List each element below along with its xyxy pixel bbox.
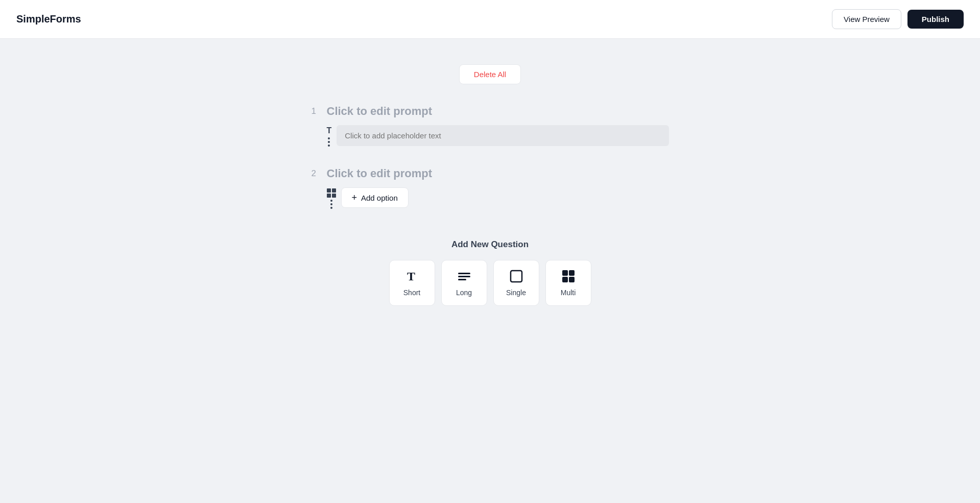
svg-rect-7 bbox=[562, 277, 568, 282]
short-text-icon: T bbox=[327, 126, 332, 135]
question-1-menu-dots[interactable] bbox=[328, 137, 330, 147]
question-1-placeholder-input[interactable] bbox=[337, 125, 668, 146]
question-2-input-row: + Add option bbox=[312, 187, 669, 209]
question-2-menu-dots[interactable] bbox=[330, 200, 332, 209]
grid-cell-4 bbox=[332, 194, 336, 198]
question-types-row: T Short Long bbox=[389, 260, 591, 306]
main-content: Delete All 1 Click to edit prompt T bbox=[0, 39, 980, 306]
multi-label: Multi bbox=[561, 289, 576, 297]
question-2-type-icon bbox=[327, 187, 336, 209]
single-label: Single bbox=[506, 289, 526, 297]
multi-choice-type-icon bbox=[561, 269, 576, 283]
add-new-question-title: Add New Question bbox=[451, 239, 529, 250]
short-label: Short bbox=[403, 289, 420, 297]
long-text-type-icon bbox=[457, 269, 471, 283]
question-block-1: 1 Click to edit prompt T bbox=[312, 105, 669, 147]
plus-icon: + bbox=[352, 193, 357, 202]
view-preview-button[interactable]: View Preview bbox=[832, 9, 901, 29]
header: SimpleForms View Preview Publish bbox=[0, 0, 980, 39]
form-builder: Delete All 1 Click to edit prompt T bbox=[312, 64, 669, 306]
svg-rect-8 bbox=[569, 277, 575, 282]
question-2-number: 2 bbox=[312, 169, 322, 179]
question-block-2: 2 Click to edit prompt bbox=[312, 167, 669, 209]
question-1-number: 1 bbox=[312, 106, 322, 116]
question-1-header: 1 Click to edit prompt bbox=[312, 105, 669, 118]
header-actions: View Preview Publish bbox=[832, 9, 964, 29]
question-2-prompt[interactable]: Click to edit prompt bbox=[327, 167, 433, 180]
add-short-question-button[interactable]: T Short bbox=[389, 260, 435, 306]
dot-2 bbox=[328, 141, 330, 143]
add-single-question-button[interactable]: Single bbox=[493, 260, 539, 306]
svg-text:T: T bbox=[407, 270, 415, 283]
publish-button[interactable]: Publish bbox=[907, 10, 964, 29]
svg-rect-2 bbox=[458, 276, 470, 277]
add-option-label: Add option bbox=[361, 194, 398, 202]
grid-cell-3 bbox=[327, 194, 331, 198]
add-long-question-button[interactable]: Long bbox=[441, 260, 487, 306]
svg-rect-1 bbox=[458, 273, 470, 274]
add-new-question-section: Add New Question T Short bbox=[389, 239, 591, 306]
svg-rect-3 bbox=[458, 279, 466, 280]
question-1-input-row: T bbox=[312, 125, 669, 147]
svg-rect-5 bbox=[562, 270, 568, 276]
svg-rect-6 bbox=[569, 270, 575, 276]
question-2-header: 2 Click to edit prompt bbox=[312, 167, 669, 180]
long-label: Long bbox=[456, 289, 472, 297]
dot-1 bbox=[330, 200, 332, 202]
question-1-prompt[interactable]: Click to edit prompt bbox=[327, 105, 433, 118]
dot-1 bbox=[328, 137, 330, 139]
grid-cell-2 bbox=[332, 188, 336, 193]
dot-3 bbox=[328, 145, 330, 147]
single-choice-type-icon bbox=[509, 269, 523, 283]
svg-rect-4 bbox=[511, 271, 522, 282]
question-1-type-icon: T bbox=[327, 125, 332, 147]
grid-cell-1 bbox=[327, 188, 331, 193]
add-multi-question-button[interactable]: Multi bbox=[545, 260, 591, 306]
add-option-button[interactable]: + Add option bbox=[341, 187, 409, 208]
dot-2 bbox=[330, 203, 332, 205]
multi-choice-icon bbox=[327, 188, 336, 198]
dot-3 bbox=[330, 207, 332, 209]
delete-all-button[interactable]: Delete All bbox=[459, 64, 521, 84]
app-logo: SimpleForms bbox=[16, 13, 81, 25]
short-text-type-icon: T bbox=[405, 269, 419, 283]
